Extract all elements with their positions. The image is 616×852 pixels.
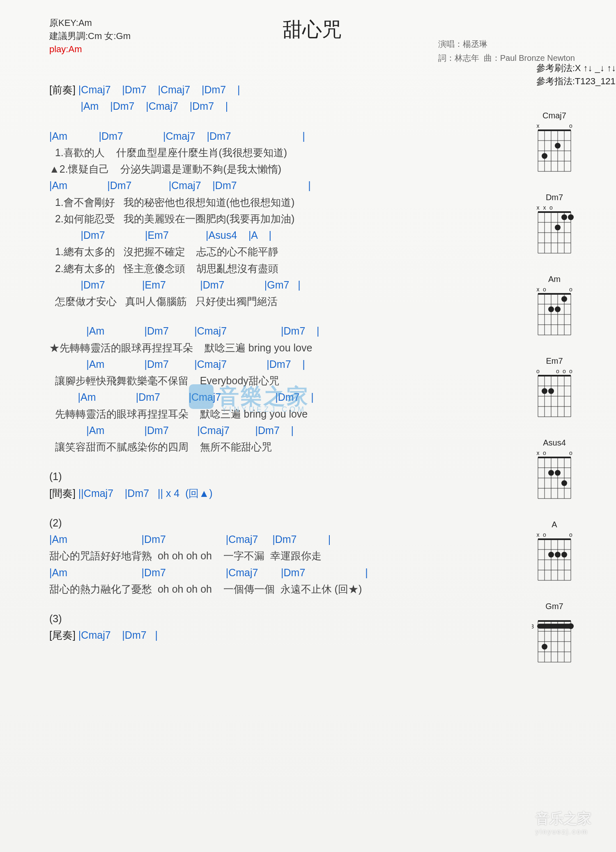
svg-text:o: o bbox=[543, 286, 546, 293]
pre2-lyric: 怎麼做才安心 真叫人傷腦筋 只好使出獨門絕活 bbox=[49, 294, 575, 309]
marker-3: (3) bbox=[49, 611, 575, 626]
chord-diagram-cmaj7: Cmaj7xo bbox=[522, 111, 587, 175]
pre1-chords: |Dm7 |Em7 |Asus4 |A | bbox=[49, 228, 575, 242]
svg-text:o: o bbox=[569, 531, 572, 538]
svg-point-103 bbox=[548, 552, 554, 558]
intro-line-2: |Am |Dm7 |Cmaj7 |Dm7 | bbox=[49, 99, 575, 113]
playing-patterns: 參考刷法:X ↑↓ _↓ ↑↓ 參考指法:T123_121 bbox=[536, 62, 616, 88]
music-sheet: [前奏] |Cmaj7 |Dm7 |Cmaj7 |Dm7 | |Am |Dm7 … bbox=[49, 82, 575, 643]
svg-text:o: o bbox=[536, 368, 540, 374]
svg-text:o: o bbox=[543, 450, 546, 456]
svg-text:x: x bbox=[537, 531, 540, 538]
key-info: 原KEY:Am 建議男調:Cm 女:Gm play:Am bbox=[49, 16, 131, 56]
svg-text:o: o bbox=[569, 368, 572, 374]
svg-point-50 bbox=[555, 307, 561, 312]
chord-diagram-a: Axoo bbox=[522, 520, 587, 584]
svg-point-120 bbox=[542, 644, 547, 650]
footer-watermark: 音乐之家 yinyuezj.com bbox=[536, 809, 591, 836]
chorus2-chords: |Am |Dm7 |Cmaj7 |Dm7 | bbox=[49, 357, 575, 372]
chord-diagram-label: Cmaj7 bbox=[522, 111, 587, 120]
play-key: play:Am bbox=[49, 43, 131, 56]
chord-diagram-label: Asus4 bbox=[522, 438, 587, 448]
chord-diagram-am: Amxoo bbox=[522, 275, 587, 339]
chorus1-chords: |Am |Dm7 |Cmaj7 |Dm7 | bbox=[49, 323, 575, 338]
outro-line: [尾奏] |Cmaj7 |Dm7 | bbox=[49, 628, 575, 642]
svg-text:x: x bbox=[543, 204, 546, 211]
header: 原KEY:Am 建議男調:Cm 女:Gm play:Am 甜心咒 演唱：楊丞琳 … bbox=[49, 16, 575, 70]
svg-text:3: 3 bbox=[532, 623, 534, 630]
svg-point-31 bbox=[555, 225, 561, 231]
svg-rect-118 bbox=[537, 624, 572, 629]
svg-point-15 bbox=[555, 143, 561, 149]
pre1-lyric-1: 1.總有太多的 沒把握不確定 忐忑的心不能平靜 bbox=[49, 244, 575, 259]
chord-diagram-label: Gm7 bbox=[522, 602, 587, 611]
chorus3-chords: |Am |Dm7 |Cmaj7 |Dm7 | bbox=[49, 390, 575, 404]
svg-point-69 bbox=[548, 388, 554, 394]
verse1-chords: |Am |Dm7 |Cmaj7 |Dm7 | bbox=[49, 129, 575, 143]
original-key: 原KEY:Am bbox=[49, 16, 131, 30]
chord-diagrams: Cmaj7xoDm7xxoAmxooEm7ooooAsus4xooAxooGm7… bbox=[522, 111, 587, 683]
svg-text:o: o bbox=[563, 368, 566, 374]
verse2-lyric-1: 1.會不會剛好 我的秘密他也很想知道(他也很想知道) bbox=[49, 195, 575, 210]
chorus4-chords: |Am |Dm7 |Cmaj7 |Dm7 | bbox=[49, 423, 575, 438]
chord-diagram-dm7: Dm7xxo bbox=[522, 193, 587, 257]
svg-text:o: o bbox=[556, 368, 559, 374]
svg-point-86 bbox=[555, 470, 561, 476]
bridge2-lyric: 甜心的熱力融化了憂愁 oh oh oh oh 一個傳一個 永遠不止休 (回★) bbox=[49, 582, 575, 596]
bridge1-lyric: 甜心的咒語好好地背熟 oh oh oh oh 一字不漏 幸運跟你走 bbox=[49, 548, 575, 563]
svg-text:x: x bbox=[537, 450, 540, 456]
chorus4-lyric: 讓笑容甜而不膩感染你的四周 無所不能甜心咒 bbox=[49, 439, 575, 454]
bridge2-chords: |Am |Dm7 |Cmaj7 |Dm7 | bbox=[49, 565, 575, 580]
svg-text:o: o bbox=[543, 531, 546, 538]
chord-diagram-asus4: Asus4xoo bbox=[522, 438, 587, 503]
verse2-lyric-2: 2.如何能忍受 我的美麗毀在一圈肥肉(我要再加加油) bbox=[49, 211, 575, 226]
suggested-key: 建議男調:Cm 女:Gm bbox=[49, 30, 131, 43]
chord-diagram-em7: Em7oooo bbox=[522, 356, 587, 421]
svg-text:o: o bbox=[569, 450, 572, 456]
svg-text:x: x bbox=[537, 122, 540, 129]
chord-diagram-label: A bbox=[522, 520, 587, 529]
finger-pattern: 參考指法:T123_121 bbox=[536, 75, 616, 88]
pre1-lyric-2: 2.總有太多的 怪主意傻念頭 胡思亂想沒有盡頭 bbox=[49, 261, 575, 276]
verse2-chords: |Am |Dm7 |Cmaj7 |Dm7 | bbox=[49, 178, 575, 193]
svg-point-32 bbox=[561, 215, 567, 220]
svg-point-51 bbox=[561, 296, 567, 302]
svg-text:o: o bbox=[569, 122, 572, 129]
chord-diagram-label: Am bbox=[522, 275, 587, 284]
chord-sheet-page: 原KEY:Am 建議男調:Cm 女:Gm play:Am 甜心咒 演唱：楊丞琳 … bbox=[0, 0, 616, 852]
svg-text:o: o bbox=[549, 204, 553, 211]
svg-point-49 bbox=[548, 307, 554, 312]
svg-point-85 bbox=[548, 470, 554, 476]
verse1-lyric-1: 1.喜歡的人 什麼血型星座什麼生肖(我很想要知道) bbox=[49, 145, 575, 160]
svg-point-104 bbox=[555, 552, 561, 558]
svg-text:x: x bbox=[537, 204, 540, 211]
chord-diagram-label: Dm7 bbox=[522, 193, 587, 202]
chorus2-lyric: 讓腳步輕快飛舞歡樂毫不保留 Everybody甜心咒 bbox=[49, 373, 575, 388]
chorus1-lyric: ★先轉轉靈活的眼球再捏捏耳朵 默唸三遍 bring you love bbox=[49, 340, 575, 355]
interlude-line: [間奏] ||Cmaj7 |Dm7 || x 4 (回▲) bbox=[49, 486, 575, 501]
svg-point-105 bbox=[561, 552, 567, 558]
singer-row: 演唱：楊丞琳 bbox=[438, 37, 575, 51]
svg-point-14 bbox=[542, 153, 547, 159]
marker-2: (2) bbox=[49, 515, 575, 530]
bridge1-chords: |Am |Dm7 |Cmaj7 |Dm7 | bbox=[49, 532, 575, 547]
chord-diagram-gm7: Gm73 bbox=[522, 602, 587, 666]
strum-pattern: 參考刷法:X ↑↓ _↓ ↑↓ bbox=[536, 62, 616, 75]
svg-point-87 bbox=[561, 480, 567, 486]
chorus3-lyric: 先轉轉靈活的眼球再捏捏耳朵 默唸三遍 bring you love bbox=[49, 406, 575, 421]
intro-line-1: [前奏] |Cmaj7 |Dm7 |Cmaj7 |Dm7 | bbox=[49, 82, 575, 97]
svg-point-33 bbox=[568, 215, 574, 220]
credits: 演唱：楊丞琳 詞：林志年 曲：Paul Bronze Newton bbox=[438, 37, 575, 65]
chord-diagram-label: Em7 bbox=[522, 356, 587, 366]
svg-text:o: o bbox=[569, 286, 572, 293]
pre2-chords: |Dm7 |Em7 |Dm7 |Gm7 | bbox=[49, 277, 575, 292]
marker-1: (1) bbox=[49, 469, 575, 484]
svg-point-121 bbox=[568, 623, 574, 629]
svg-point-68 bbox=[542, 388, 547, 394]
verse1-lyric-2: ▲2.懷疑自己 分泌失調還是運動不夠(是我太懶惰) bbox=[49, 162, 575, 176]
svg-text:x: x bbox=[537, 286, 540, 293]
